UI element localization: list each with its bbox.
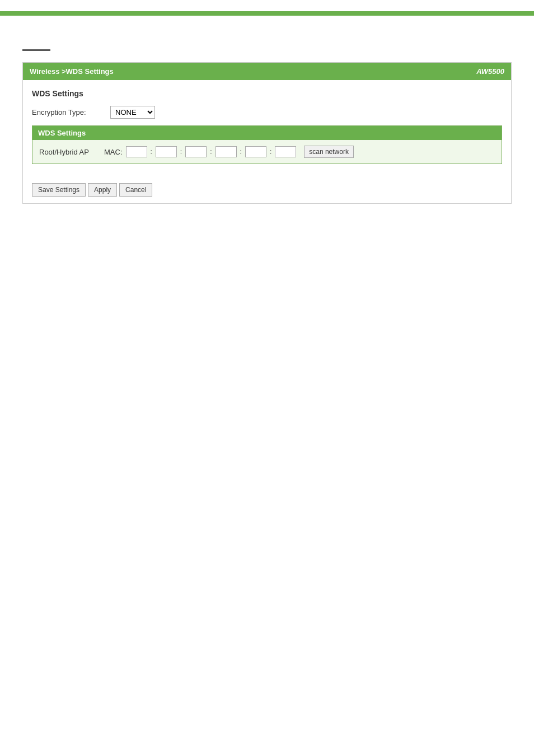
mac-octet-3[interactable] [185, 146, 207, 157]
mac-sep-5: : [270, 148, 271, 156]
sub-panel-header: WDS Settings [32, 126, 502, 140]
sub-panel-body: Root/Hybrid AP MAC: : : : : : [32, 140, 502, 164]
sub-panel-title: WDS Settings [38, 129, 86, 137]
mac-octet-5[interactable] [245, 146, 266, 157]
wds-settings-title: WDS Settings [32, 89, 502, 98]
panel-device-name: AW5500 [476, 67, 504, 76]
mac-octet-2[interactable] [156, 146, 177, 157]
mac-row: Root/Hybrid AP MAC: : : : : : [39, 146, 495, 158]
mac-octet-4[interactable] [216, 146, 237, 157]
mac-octet-6[interactable] [275, 146, 296, 157]
page-wrapper: Wireless >WDS Settings AW5500 WDS Settin… [0, 0, 534, 756]
mac-prefix-label: MAC: [104, 148, 123, 156]
cancel-button[interactable]: Cancel [119, 183, 152, 197]
mac-sep-3: : [210, 148, 212, 156]
panel-header-title: Wireless >WDS Settings [30, 67, 114, 76]
scan-network-button[interactable]: scan network [304, 146, 354, 158]
encryption-row: Encryption Type: NONE WEP WPA WPA2 [32, 106, 502, 119]
mac-sep-2: : [180, 148, 182, 156]
main-panel: Wireless >WDS Settings AW5500 WDS Settin… [22, 62, 512, 204]
wds-sub-panel: WDS Settings Root/Hybrid AP MAC: : : [32, 125, 502, 164]
action-row: Save Settings Apply Cancel [23, 176, 511, 203]
main-content: Wireless >WDS Settings AW5500 WDS Settin… [0, 27, 534, 215]
mac-sep-4: : [240, 148, 242, 156]
apply-button[interactable]: Apply [88, 183, 117, 197]
mac-octet-1[interactable] [126, 146, 147, 157]
section-divider [22, 49, 50, 51]
top-bar [0, 11, 534, 16]
encryption-type-select[interactable]: NONE WEP WPA WPA2 [110, 106, 155, 119]
root-hybrid-ap-label: Root/Hybrid AP [39, 148, 101, 156]
save-settings-button[interactable]: Save Settings [32, 183, 86, 197]
mac-sep-1: : [151, 148, 152, 156]
panel-body: WDS Settings Encryption Type: NONE WEP W… [23, 80, 511, 176]
panel-header: Wireless >WDS Settings AW5500 [23, 63, 511, 80]
encryption-label: Encryption Type: [32, 108, 105, 116]
